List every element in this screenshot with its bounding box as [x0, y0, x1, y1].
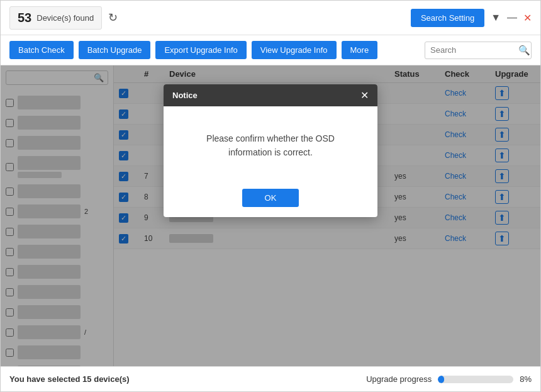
search-input[interactable]: [430, 45, 518, 55]
search-setting-button[interactable]: Search Setting: [411, 9, 484, 27]
progress-bar-track: [438, 376, 513, 383]
search-box: 🔍: [425, 42, 532, 59]
notice-modal: Notice ✕ Please confirm whether the OSDi…: [164, 84, 377, 217]
modal-close-icon[interactable]: ✕: [360, 89, 369, 101]
modal-body: Please confirm whether the OSDinformatio…: [164, 106, 377, 179]
toolbar: Batch Check Batch Upgrade Export Upgrade…: [1, 35, 540, 65]
progress-percent: 8%: [520, 374, 532, 384]
more-button[interactable]: More: [342, 41, 378, 59]
search-icon[interactable]: 🔍: [518, 45, 530, 56]
refresh-icon[interactable]: ↻: [108, 11, 118, 25]
modal-footer: OK: [164, 179, 377, 217]
header: 53 Device(s) found ↻ Search Setting ▼ — …: [1, 1, 540, 35]
batch-upgrade-button[interactable]: Batch Upgrade: [79, 41, 151, 59]
modal-ok-button[interactable]: OK: [242, 189, 299, 207]
minimize-icon[interactable]: —: [507, 12, 517, 23]
batch-check-button[interactable]: Batch Check: [9, 41, 74, 59]
modal-overlay: Notice ✕ Please confirm whether the OSDi…: [1, 65, 540, 366]
progress-bar-fill: [438, 376, 444, 383]
progress-label: Upgrade progress: [366, 374, 432, 384]
view-upgrade-info-button[interactable]: View Upgrade Info: [252, 41, 337, 59]
device-count-label: Device(s) found: [36, 13, 94, 23]
footer: You have selected 15 device(s) Upgrade p…: [1, 366, 540, 391]
modal-message: Please confirm whether the OSDinformatio…: [182, 132, 359, 160]
footer-progress: Upgrade progress 8%: [366, 374, 532, 384]
device-count-box: 53 Device(s) found: [9, 6, 102, 30]
main-content: 🔍: [1, 65, 540, 366]
app-window: 53 Device(s) found ↻ Search Setting ▼ — …: [0, 0, 541, 392]
footer-selected-text: You have selected 15 device(s): [9, 374, 130, 384]
close-icon[interactable]: ✕: [523, 12, 532, 24]
filter-icon[interactable]: ▼: [491, 12, 501, 23]
export-upgrade-info-button[interactable]: Export Upgrade Info: [155, 41, 246, 59]
header-icons: ▼ — ✕: [491, 12, 532, 24]
modal-title: Notice: [172, 91, 198, 100]
device-count: 53: [18, 11, 31, 25]
modal-header: Notice ✕: [164, 84, 377, 106]
